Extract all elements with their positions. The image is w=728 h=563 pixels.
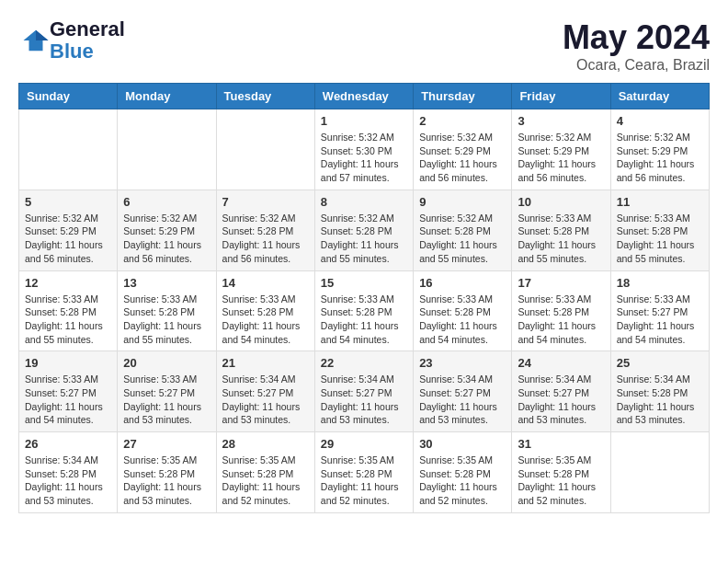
day-info: Sunrise: 5:33 AM Sunset: 5:28 PM Dayligh… — [25, 293, 111, 347]
day-info: Sunrise: 5:33 AM Sunset: 5:28 PM Dayligh… — [321, 293, 407, 347]
day-cell: 1Sunrise: 5:32 AM Sunset: 5:30 PM Daylig… — [314, 109, 413, 190]
day-info: Sunrise: 5:33 AM Sunset: 5:27 PM Dayligh… — [25, 373, 111, 427]
day-number: 30 — [419, 437, 506, 451]
day-cell: 7Sunrise: 5:32 AM Sunset: 5:28 PM Daylig… — [216, 190, 314, 270]
day-number: 4 — [617, 114, 703, 128]
day-info: Sunrise: 5:33 AM Sunset: 5:28 PM Dayligh… — [123, 293, 210, 347]
day-cell: 25Sunrise: 5:34 AM Sunset: 5:28 PM Dayli… — [610, 351, 709, 432]
day-number: 28 — [222, 437, 309, 451]
day-cell — [216, 109, 314, 190]
day-cell: 17Sunrise: 5:33 AM Sunset: 5:28 PM Dayli… — [512, 270, 610, 351]
location: Ocara, Ceara, Brazil — [563, 57, 710, 74]
day-number: 14 — [222, 276, 309, 290]
day-number: 11 — [617, 195, 703, 209]
weekday-header-tuesday: Tuesday — [216, 84, 314, 109]
day-cell: 27Sunrise: 5:35 AM Sunset: 5:28 PM Dayli… — [118, 432, 216, 513]
day-number: 22 — [321, 356, 407, 370]
day-info: Sunrise: 5:35 AM Sunset: 5:28 PM Dayligh… — [222, 454, 309, 508]
day-cell: 6Sunrise: 5:32 AM Sunset: 5:29 PM Daylig… — [118, 190, 216, 270]
day-number: 31 — [518, 437, 604, 451]
day-cell: 2Sunrise: 5:32 AM Sunset: 5:29 PM Daylig… — [414, 109, 512, 190]
day-number: 24 — [518, 356, 604, 370]
day-cell: 10Sunrise: 5:33 AM Sunset: 5:28 PM Dayli… — [512, 190, 610, 270]
day-info: Sunrise: 5:32 AM Sunset: 5:28 PM Dayligh… — [419, 212, 506, 266]
day-number: 10 — [518, 195, 604, 209]
day-info: Sunrise: 5:32 AM Sunset: 5:29 PM Dayligh… — [617, 131, 703, 185]
day-cell: 31Sunrise: 5:35 AM Sunset: 5:28 PM Dayli… — [512, 432, 610, 513]
day-info: Sunrise: 5:34 AM Sunset: 5:27 PM Dayligh… — [419, 373, 506, 427]
week-row-4: 19Sunrise: 5:33 AM Sunset: 5:27 PM Dayli… — [19, 351, 710, 432]
day-info: Sunrise: 5:35 AM Sunset: 5:28 PM Dayligh… — [321, 454, 407, 508]
day-info: Sunrise: 5:34 AM Sunset: 5:28 PM Dayligh… — [25, 454, 111, 508]
day-cell: 11Sunrise: 5:33 AM Sunset: 5:28 PM Dayli… — [610, 190, 709, 270]
day-number: 2 — [419, 114, 506, 128]
week-row-3: 12Sunrise: 5:33 AM Sunset: 5:28 PM Dayli… — [19, 270, 710, 351]
day-cell: 18Sunrise: 5:33 AM Sunset: 5:27 PM Dayli… — [610, 270, 709, 351]
day-number: 3 — [518, 114, 604, 128]
day-info: Sunrise: 5:35 AM Sunset: 5:28 PM Dayligh… — [419, 454, 506, 508]
day-number: 6 — [123, 195, 210, 209]
day-cell: 8Sunrise: 5:32 AM Sunset: 5:28 PM Daylig… — [314, 190, 413, 270]
day-number: 7 — [222, 195, 309, 209]
day-cell: 21Sunrise: 5:34 AM Sunset: 5:27 PM Dayli… — [216, 351, 314, 432]
day-info: Sunrise: 5:32 AM Sunset: 5:29 PM Dayligh… — [25, 212, 111, 266]
day-number: 26 — [25, 437, 111, 451]
day-info: Sunrise: 5:34 AM Sunset: 5:27 PM Dayligh… — [518, 373, 604, 427]
day-cell — [610, 432, 709, 513]
day-cell: 24Sunrise: 5:34 AM Sunset: 5:27 PM Dayli… — [512, 351, 610, 432]
day-info: Sunrise: 5:33 AM Sunset: 5:28 PM Dayligh… — [419, 293, 506, 347]
day-number: 15 — [321, 276, 407, 290]
title-section: May 2024 Ocara, Ceara, Brazil — [563, 18, 710, 74]
day-cell: 13Sunrise: 5:33 AM Sunset: 5:28 PM Dayli… — [118, 270, 216, 351]
weekday-header-wednesday: Wednesday — [314, 84, 413, 109]
weekday-header-sunday: Sunday — [19, 84, 118, 109]
day-info: Sunrise: 5:33 AM Sunset: 5:27 PM Dayligh… — [617, 293, 703, 347]
day-number: 29 — [321, 437, 407, 451]
svg-marker-1 — [36, 30, 49, 40]
day-number: 5 — [25, 195, 111, 209]
day-cell: 19Sunrise: 5:33 AM Sunset: 5:27 PM Dayli… — [19, 351, 118, 432]
day-cell: 15Sunrise: 5:33 AM Sunset: 5:28 PM Dayli… — [314, 270, 413, 351]
day-number: 20 — [123, 356, 210, 370]
day-cell: 5Sunrise: 5:32 AM Sunset: 5:29 PM Daylig… — [19, 190, 118, 270]
day-info: Sunrise: 5:33 AM Sunset: 5:27 PM Dayligh… — [123, 373, 210, 427]
weekday-header-row: SundayMondayTuesdayWednesdayThursdayFrid… — [19, 84, 710, 109]
day-cell — [118, 109, 216, 190]
day-cell: 16Sunrise: 5:33 AM Sunset: 5:28 PM Dayli… — [414, 270, 512, 351]
day-info: Sunrise: 5:34 AM Sunset: 5:27 PM Dayligh… — [321, 373, 407, 427]
day-number: 17 — [518, 276, 604, 290]
day-info: Sunrise: 5:32 AM Sunset: 5:29 PM Dayligh… — [419, 131, 506, 185]
day-number: 25 — [617, 356, 703, 370]
day-number: 9 — [419, 195, 506, 209]
day-info: Sunrise: 5:32 AM Sunset: 5:28 PM Dayligh… — [321, 212, 407, 266]
day-cell: 29Sunrise: 5:35 AM Sunset: 5:28 PM Dayli… — [314, 432, 413, 513]
day-number: 27 — [123, 437, 210, 451]
day-info: Sunrise: 5:34 AM Sunset: 5:27 PM Dayligh… — [222, 373, 309, 427]
logo: General Blue — [18, 18, 125, 63]
day-cell: 23Sunrise: 5:34 AM Sunset: 5:27 PM Dayli… — [414, 351, 512, 432]
day-number: 19 — [25, 356, 111, 370]
logo-icon — [22, 27, 50, 54]
day-cell: 20Sunrise: 5:33 AM Sunset: 5:27 PM Dayli… — [118, 351, 216, 432]
day-number: 1 — [321, 114, 407, 128]
day-info: Sunrise: 5:32 AM Sunset: 5:30 PM Dayligh… — [321, 131, 407, 185]
day-info: Sunrise: 5:33 AM Sunset: 5:28 PM Dayligh… — [617, 212, 703, 266]
day-number: 16 — [419, 276, 506, 290]
day-cell: 4Sunrise: 5:32 AM Sunset: 5:29 PM Daylig… — [610, 109, 709, 190]
day-info: Sunrise: 5:32 AM Sunset: 5:29 PM Dayligh… — [123, 212, 210, 266]
calendar: SundayMondayTuesdayWednesdayThursdayFrid… — [18, 83, 710, 513]
day-info: Sunrise: 5:35 AM Sunset: 5:28 PM Dayligh… — [123, 454, 210, 508]
weekday-header-friday: Friday — [512, 84, 610, 109]
day-cell: 14Sunrise: 5:33 AM Sunset: 5:28 PM Dayli… — [216, 270, 314, 351]
day-cell: 22Sunrise: 5:34 AM Sunset: 5:27 PM Dayli… — [314, 351, 413, 432]
logo-line1: General — [50, 18, 125, 40]
day-number: 23 — [419, 356, 506, 370]
month-title: May 2024 — [563, 18, 710, 57]
day-number: 13 — [123, 276, 210, 290]
week-row-2: 5Sunrise: 5:32 AM Sunset: 5:29 PM Daylig… — [19, 190, 710, 270]
day-info: Sunrise: 5:33 AM Sunset: 5:28 PM Dayligh… — [222, 293, 309, 347]
weekday-header-thursday: Thursday — [414, 84, 512, 109]
day-number: 21 — [222, 356, 309, 370]
day-number: 12 — [25, 276, 111, 290]
day-info: Sunrise: 5:33 AM Sunset: 5:28 PM Dayligh… — [518, 212, 604, 266]
